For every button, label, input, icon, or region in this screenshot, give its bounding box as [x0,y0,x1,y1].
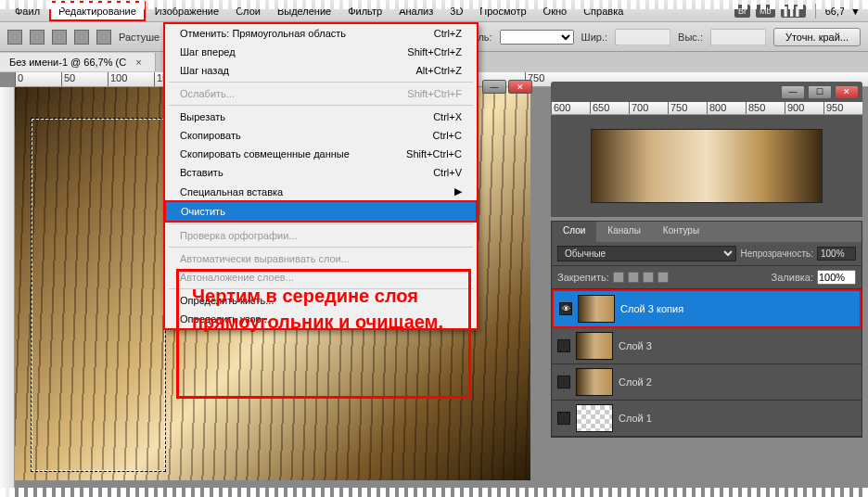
navigator-ruler: 600650700750800850900950 [551,102,862,115]
layer-name: Слой 3 [619,340,652,351]
menu-view[interactable]: Просмотр [472,3,533,19]
visibility-eye-icon[interactable] [557,376,570,389]
layer-row[interactable]: Слой 1 [552,401,862,437]
layer-name: Слой 3 копия [620,303,683,314]
panels-dock: — ☐ ✕ 600650700750800850900950 Слои Кана… [551,82,862,438]
lock-pixels-icon[interactable] [628,272,639,283]
selection-new-icon[interactable] [30,30,45,45]
panel-close-button[interactable]: ✕ [835,85,859,99]
menu-select[interactable]: Выделение [270,3,338,19]
marquee-tool-icon[interactable] [7,30,22,45]
menu-3d[interactable]: 3D [442,3,470,19]
layer-thumbnail[interactable] [578,295,615,323]
layer-name: Слой 2 [619,376,652,388]
floating-window-controls: — ✕ [482,80,532,94]
fill-input[interactable] [817,270,856,285]
layer-name: Слой 1 [619,413,652,424]
doc-minimize-button[interactable]: — [482,80,506,94]
height-input[interactable] [710,29,766,45]
visibility-eye-icon[interactable] [557,412,570,425]
layer-row[interactable]: Слой 2 [552,364,862,401]
menu-window[interactable]: Окно [536,3,575,19]
visibility-eye-icon[interactable] [557,339,570,352]
panel-maximize-button[interactable]: ☐ [808,85,832,99]
menu-item[interactable]: СкопироватьCtrl+C [165,126,477,145]
tab-channels[interactable]: Каналы [596,222,652,242]
layer-thumbnail[interactable] [576,404,613,432]
zoom-value[interactable]: 66,7 [825,6,845,17]
menu-analysis[interactable]: Анализ [391,3,440,19]
width-input[interactable] [615,29,670,45]
document-tab-label: Без имени-1 @ 66,7% (С [9,57,126,68]
layer-thumbnail[interactable] [576,368,613,396]
doc-close-button[interactable]: ✕ [508,80,532,94]
layer-row[interactable]: Слой 3 [552,328,862,364]
view-extras-button[interactable]: ▌▌▌ [781,5,806,18]
menu-item: Автоматически выравнивать слои... [165,249,477,268]
zoom-dropdown-icon[interactable]: ▼ [850,6,861,17]
opacity-label: Непрозрачность: [740,248,813,259]
menu-edit[interactable]: Редактирование [49,1,146,21]
visibility-eye-icon[interactable]: 👁 [559,302,572,315]
menu-help[interactable]: Справка [576,3,631,19]
menu-item[interactable]: Очистить [164,200,478,223]
feather-label: Растуше [119,32,160,43]
bridge-button[interactable]: Br [734,5,750,18]
menu-item[interactable]: ВырезатьCtrl+X [165,108,477,126]
refine-edge-button[interactable]: Уточн. край... [773,28,861,46]
navigator-thumbnail[interactable] [591,129,823,203]
opacity-input[interactable] [817,247,856,261]
menu-image[interactable]: Изображение [147,3,226,19]
lock-all-icon[interactable] [657,272,669,283]
tab-paths[interactable]: Контуры [652,222,710,242]
lock-position-icon[interactable] [643,272,654,283]
close-tab-icon[interactable]: × [132,57,145,68]
menu-bar: Файл Редактирование Изображение Слои Выд… [0,0,868,22]
panel-minimize-button[interactable]: — [781,85,805,99]
annotation-callout: Чертим в середине слоя прямоугольник и о… [176,269,471,399]
menu-file[interactable]: Файл [7,3,47,19]
style-select[interactable] [500,30,574,45]
selection-subtract-icon[interactable] [74,30,89,45]
layer-thumbnail[interactable] [576,332,613,360]
layers-panel: Слои Каналы Контуры Обычные Непрозрачнос… [551,221,862,438]
fill-label: Заливка: [772,272,813,283]
selection-intersect-icon[interactable] [96,30,111,45]
selection-marquee[interactable] [32,119,165,471]
minibridge-button[interactable]: Mb [756,5,775,18]
lock-label: Закрепить: [557,272,609,283]
separator [815,4,816,19]
layer-row[interactable]: 👁Слой 3 копия [552,289,862,328]
menu-item[interactable]: Шаг назадAlt+Ctrl+Z [165,61,477,80]
menu-filter[interactable]: Фильтр [340,3,389,19]
tab-layers[interactable]: Слои [552,222,596,242]
navigator-panel [551,115,862,217]
menu-layers[interactable]: Слои [228,3,268,19]
menu-item[interactable]: Специальная вставка▶ [165,182,477,201]
height-label: Выс.: [678,32,703,43]
menu-item: Ослабить...Shift+Ctrl+F [165,84,477,103]
lock-transparency-icon[interactable] [613,272,624,283]
ruler-vertical [0,87,15,497]
selection-add-icon[interactable] [52,30,67,45]
menu-item[interactable]: Отменить: Прямоугольная областьCtrl+Z [165,24,477,43]
width-label: Шир.: [581,32,607,43]
menu-item[interactable]: ВставитьCtrl+V [165,163,477,182]
panel-window-controls: — ☐ ✕ [551,82,862,102]
menu-item: Проверка орфографии... [165,226,477,245]
menu-item[interactable]: Скопировать совмещенные данныеShift+Ctrl… [165,145,477,163]
blend-mode-select[interactable]: Обычные [557,246,736,261]
document-tab[interactable]: Без имени-1 @ 66,7% (С × [0,53,156,71]
menu-item[interactable]: Шаг впередShift+Ctrl+Z [165,43,477,61]
